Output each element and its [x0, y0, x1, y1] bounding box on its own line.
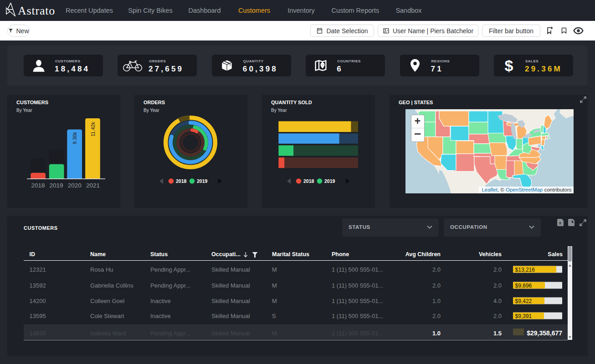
svg-text:x: x: [559, 221, 561, 225]
svg-text:2018: 2018: [31, 182, 45, 189]
svg-text:2019: 2019: [50, 182, 63, 189]
svg-text:2019: 2019: [197, 178, 208, 184]
svg-text:9.30k: 9.30k: [72, 132, 77, 144]
svg-text:2018: 2018: [303, 178, 314, 184]
svg-text:11.42k: 11.42k: [90, 121, 96, 136]
svg-text:2019: 2019: [324, 178, 335, 184]
svg-text:2018: 2018: [176, 178, 187, 184]
svg-text:2021: 2021: [86, 182, 100, 189]
svg-text:2020: 2020: [68, 182, 82, 189]
